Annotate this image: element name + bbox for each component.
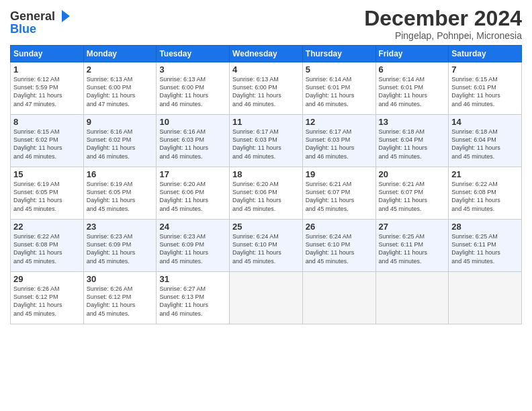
day-number: 2	[87, 64, 154, 75]
weekday-header-thursday: Thursday	[302, 46, 375, 62]
day-info: Sunrise: 6:15 AM Sunset: 6:02 PM Dayligh…	[13, 128, 81, 161]
calendar-day-cell: 7Sunrise: 6:15 AM Sunset: 6:01 PM Daylig…	[449, 62, 522, 115]
calendar-day-cell: 27Sunrise: 6:25 AM Sunset: 6:11 PM Dayli…	[375, 220, 449, 272]
day-info: Sunrise: 6:13 AM Sunset: 6:00 PM Dayligh…	[159, 75, 226, 108]
calendar-day-cell: 25Sunrise: 6:24 AM Sunset: 6:10 PM Dayli…	[230, 220, 303, 272]
day-number: 24	[159, 222, 226, 232]
calendar-day-cell: 30Sunrise: 6:26 AM Sunset: 6:12 PM Dayli…	[83, 272, 157, 324]
day-info: Sunrise: 6:18 AM Sunset: 6:04 PM Dayligh…	[451, 128, 519, 161]
day-number: 1	[13, 64, 81, 75]
day-number: 9	[87, 117, 154, 127]
location: Pingelap, Pohnpei, Micronesia	[364, 30, 522, 41]
calendar-day-cell: 14Sunrise: 6:18 AM Sunset: 6:04 PM Dayli…	[449, 115, 522, 167]
day-number: 26	[306, 222, 373, 232]
day-info: Sunrise: 6:26 AM Sunset: 6:12 PM Dayligh…	[87, 285, 154, 318]
day-info: Sunrise: 6:18 AM Sunset: 6:04 PM Dayligh…	[379, 128, 446, 161]
calendar-table: SundayMondayTuesdayWednesdayThursdayFrid…	[10, 45, 522, 324]
calendar-day-cell: 24Sunrise: 6:23 AM Sunset: 6:09 PM Dayli…	[157, 220, 230, 272]
calendar-day-cell: 6Sunrise: 6:14 AM Sunset: 6:01 PM Daylig…	[375, 62, 449, 115]
day-info: Sunrise: 6:25 AM Sunset: 6:11 PM Dayligh…	[451, 232, 519, 265]
day-number: 15	[13, 169, 81, 179]
day-number: 22	[13, 222, 81, 232]
calendar-day-cell: 10Sunrise: 6:16 AM Sunset: 6:03 PM Dayli…	[157, 115, 230, 167]
day-info: Sunrise: 6:20 AM Sunset: 6:06 PM Dayligh…	[159, 180, 226, 213]
calendar-day-cell: 21Sunrise: 6:22 AM Sunset: 6:08 PM Dayli…	[449, 167, 522, 220]
day-info: Sunrise: 6:24 AM Sunset: 6:10 PM Dayligh…	[232, 232, 300, 265]
day-info: Sunrise: 6:21 AM Sunset: 6:07 PM Dayligh…	[306, 180, 373, 213]
weekday-header-wednesday: Wednesday	[230, 46, 303, 62]
calendar-day-cell: 1Sunrise: 6:12 AM Sunset: 5:59 PM Daylig…	[11, 62, 84, 115]
page: General Blue December 2024 Pingelap, Poh…	[0, 0, 532, 411]
weekday-header-saturday: Saturday	[449, 46, 522, 62]
day-number: 31	[159, 274, 226, 284]
day-number: 19	[306, 169, 373, 179]
calendar-day-cell: 28Sunrise: 6:25 AM Sunset: 6:11 PM Dayli…	[449, 220, 522, 272]
day-info: Sunrise: 6:19 AM Sunset: 6:05 PM Dayligh…	[13, 180, 81, 213]
weekday-header-tuesday: Tuesday	[157, 46, 230, 62]
day-info: Sunrise: 6:24 AM Sunset: 6:10 PM Dayligh…	[306, 232, 373, 265]
day-number: 23	[87, 222, 154, 232]
day-number: 20	[379, 169, 446, 179]
svg-marker-0	[62, 10, 70, 22]
day-number: 30	[87, 274, 154, 284]
calendar-day-cell: 4Sunrise: 6:13 AM Sunset: 6:00 PM Daylig…	[230, 62, 303, 115]
calendar-day-cell: 18Sunrise: 6:20 AM Sunset: 6:06 PM Dayli…	[230, 167, 303, 220]
day-info: Sunrise: 6:20 AM Sunset: 6:06 PM Dayligh…	[232, 180, 300, 213]
logo-general: General	[10, 9, 55, 23]
calendar-day-cell: 3Sunrise: 6:13 AM Sunset: 6:00 PM Daylig…	[157, 62, 230, 115]
day-info: Sunrise: 6:14 AM Sunset: 6:01 PM Dayligh…	[379, 75, 446, 108]
day-info: Sunrise: 6:21 AM Sunset: 6:07 PM Dayligh…	[379, 180, 446, 213]
calendar-day-cell: 8Sunrise: 6:15 AM Sunset: 6:02 PM Daylig…	[11, 115, 84, 167]
calendar-week-row: 1Sunrise: 6:12 AM Sunset: 5:59 PM Daylig…	[11, 62, 522, 115]
calendar-day-cell: 9Sunrise: 6:16 AM Sunset: 6:02 PM Daylig…	[83, 115, 157, 167]
calendar-day-cell: 23Sunrise: 6:23 AM Sunset: 6:09 PM Dayli…	[83, 220, 157, 272]
day-number: 18	[232, 169, 300, 179]
calendar-day-cell: 22Sunrise: 6:22 AM Sunset: 6:08 PM Dayli…	[11, 220, 84, 272]
day-info: Sunrise: 6:19 AM Sunset: 6:05 PM Dayligh…	[87, 180, 154, 213]
calendar-day-cell: 15Sunrise: 6:19 AM Sunset: 6:05 PM Dayli…	[11, 167, 84, 220]
day-number: 5	[306, 64, 373, 75]
day-number: 8	[13, 117, 81, 127]
calendar-day-cell: 16Sunrise: 6:19 AM Sunset: 6:05 PM Dayli…	[83, 167, 157, 220]
day-info: Sunrise: 6:27 AM Sunset: 6:13 PM Dayligh…	[159, 285, 226, 318]
day-number: 11	[232, 117, 300, 127]
calendar-day-cell: 5Sunrise: 6:14 AM Sunset: 6:01 PM Daylig…	[302, 62, 375, 115]
calendar-empty-cell	[449, 272, 522, 324]
calendar-day-cell: 11Sunrise: 6:17 AM Sunset: 6:03 PM Dayli…	[230, 115, 303, 167]
logo-blue: Blue	[10, 22, 71, 37]
day-info: Sunrise: 6:22 AM Sunset: 6:08 PM Dayligh…	[451, 180, 519, 213]
day-number: 4	[232, 64, 300, 75]
day-number: 6	[379, 64, 446, 75]
day-number: 10	[159, 117, 226, 127]
calendar-week-row: 29Sunrise: 6:26 AM Sunset: 6:12 PM Dayli…	[11, 272, 522, 324]
calendar-day-cell: 17Sunrise: 6:20 AM Sunset: 6:06 PM Dayli…	[157, 167, 230, 220]
weekday-header-friday: Friday	[375, 46, 449, 62]
day-number: 3	[159, 64, 226, 75]
day-info: Sunrise: 6:23 AM Sunset: 6:09 PM Dayligh…	[159, 232, 226, 265]
day-info: Sunrise: 6:13 AM Sunset: 6:00 PM Dayligh…	[87, 75, 154, 108]
day-info: Sunrise: 6:17 AM Sunset: 6:03 PM Dayligh…	[232, 128, 300, 161]
day-info: Sunrise: 6:23 AM Sunset: 6:09 PM Dayligh…	[87, 232, 154, 265]
day-info: Sunrise: 6:22 AM Sunset: 6:08 PM Dayligh…	[13, 232, 81, 265]
day-info: Sunrise: 6:16 AM Sunset: 6:02 PM Dayligh…	[87, 128, 154, 161]
calendar-week-row: 8Sunrise: 6:15 AM Sunset: 6:02 PM Daylig…	[11, 115, 522, 167]
day-number: 7	[451, 64, 519, 75]
calendar-day-cell: 20Sunrise: 6:21 AM Sunset: 6:07 PM Dayli…	[375, 167, 449, 220]
day-info: Sunrise: 6:13 AM Sunset: 6:00 PM Dayligh…	[232, 75, 300, 108]
weekday-header-sunday: Sunday	[11, 46, 84, 62]
calendar-day-cell: 13Sunrise: 6:18 AM Sunset: 6:04 PM Dayli…	[375, 115, 449, 167]
calendar-empty-cell	[375, 272, 449, 324]
calendar-week-row: 15Sunrise: 6:19 AM Sunset: 6:05 PM Dayli…	[11, 167, 522, 220]
calendar-day-cell: 31Sunrise: 6:27 AM Sunset: 6:13 PM Dayli…	[157, 272, 230, 324]
calendar-day-cell: 2Sunrise: 6:13 AM Sunset: 6:00 PM Daylig…	[83, 62, 157, 115]
day-info: Sunrise: 6:17 AM Sunset: 6:03 PM Dayligh…	[306, 128, 373, 161]
day-number: 13	[379, 117, 446, 127]
calendar-week-row: 22Sunrise: 6:22 AM Sunset: 6:08 PM Dayli…	[11, 220, 522, 272]
calendar-empty-cell	[302, 272, 375, 324]
title-block: December 2024 Pingelap, Pohnpei, Microne…	[364, 7, 522, 41]
day-number: 17	[159, 169, 226, 179]
day-number: 12	[306, 117, 373, 127]
logo-icon	[56, 9, 71, 24]
calendar-day-cell: 29Sunrise: 6:26 AM Sunset: 6:12 PM Dayli…	[11, 272, 84, 324]
day-number: 28	[451, 222, 519, 232]
